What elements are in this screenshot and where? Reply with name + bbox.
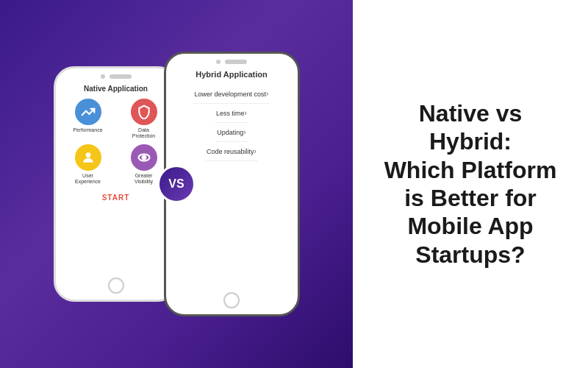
native-phone-top [101,68,132,82]
heading-line-4: is Better for [404,185,537,211]
hybrid-item-arrow-1: › [266,90,268,98]
data-protection-label: DataProtection [132,127,156,138]
heading-line-2: Hybrid: [429,128,512,155]
heading-line-6: Startups? [415,241,525,268]
hybrid-phone-speaker [225,60,247,64]
heading-line-3: Which Platform [384,157,557,183]
left-panel: Native Application Performance [0,0,353,368]
phones-container: Native Application Performance [54,52,300,316]
hybrid-item-arrow-3: › [243,128,245,136]
native-home-button [108,277,124,294]
hybrid-item-label-2: Less time [216,110,245,117]
hybrid-item-label-4: Code reusability [207,148,254,155]
hybrid-item-arrow-2: › [245,109,247,117]
greater-visibility-label: GreaterVisibility [135,173,153,184]
data-protection-icon [131,99,157,125]
hybrid-list-item-1: Lower development cost › [193,85,270,104]
heading-line-5: Mobile App [407,213,533,239]
hybrid-phone-dot [216,60,220,64]
native-app-title: Native Application [84,85,148,93]
app-icon-data-protection: DataProtection [119,99,169,138]
vs-badge: VS [157,165,196,203]
svg-point-2 [142,156,146,160]
start-button[interactable]: START [102,194,130,202]
hybrid-app-title: Hybrid Application [196,70,267,79]
vs-label: VS [168,177,184,191]
hybrid-item-label-1: Lower development cost [195,91,267,98]
right-panel: Native vs Hybrid: Which Platform is Bett… [353,0,588,368]
greater-visibility-icon [131,144,157,171]
user-experience-icon [75,144,101,171]
native-phone-dot [101,74,105,79]
performance-label: Performance [73,127,102,133]
hybrid-list-item-4: Code reusability › [205,142,258,161]
hybrid-list-item-3: Updating › [215,123,247,142]
heading-line-1: Native vs [419,100,523,127]
hybrid-phone-bottom [223,288,240,314]
app-icon-user-experience: UserExperience [63,144,113,184]
app-icon-performance: Performance [63,99,113,138]
native-phone-speaker [110,74,132,79]
native-phone-bottom [108,273,124,300]
hybrid-list-item-2: Less time › [215,104,248,123]
app-icons-grid: Performance DataProtection [59,99,173,185]
hybrid-item-label-3: Updating [217,129,243,136]
svg-point-0 [85,153,90,158]
user-experience-label: UserExperience [75,173,101,184]
hybrid-item-arrow-4: › [254,147,257,155]
performance-icon [75,99,101,125]
main-heading: Native vs Hybrid: Which Platform is Bett… [384,99,557,269]
hybrid-home-button [223,292,240,308]
hybrid-phone-top [216,54,247,67]
